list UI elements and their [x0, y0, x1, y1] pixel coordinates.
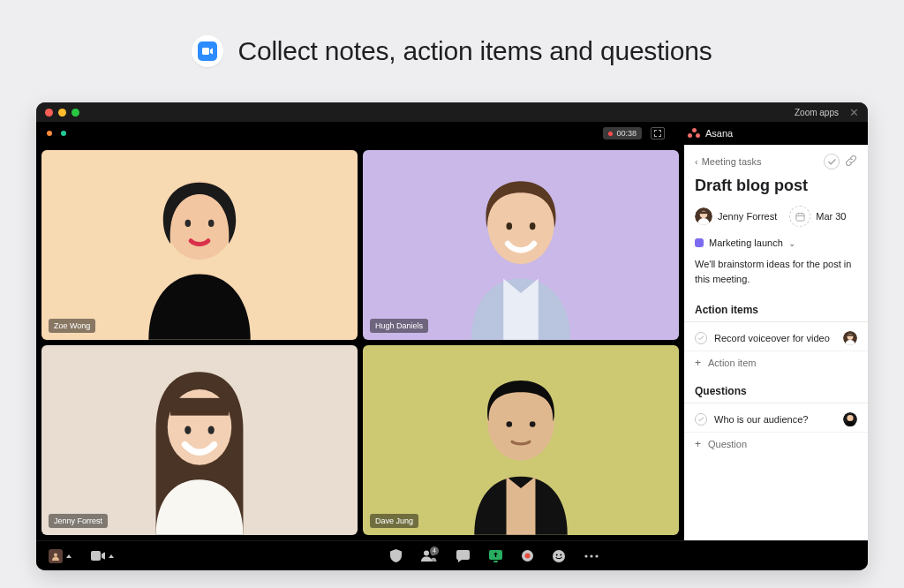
expand-icon[interactable]	[651, 127, 665, 139]
video-camera-icon	[202, 48, 213, 55]
svg-point-30	[553, 550, 565, 562]
check-circle-icon[interactable]	[695, 413, 707, 426]
participant-avatar-icon	[403, 360, 640, 535]
assignee-avatar-icon	[695, 207, 712, 225]
add-question-button[interactable]: + Question	[684, 433, 868, 461]
svg-point-29	[525, 554, 531, 559]
add-action-label: Action item	[708, 358, 756, 368]
meeting-subbar: 00:38 Asana	[36, 122, 868, 145]
video-tile[interactable]: Hugh Daniels	[363, 150, 679, 340]
chevron-up-icon	[66, 554, 72, 558]
check-circle-icon[interactable]	[695, 332, 707, 344]
close-window-icon[interactable]	[45, 109, 53, 117]
svg-point-31	[556, 554, 558, 555]
svg-point-33	[584, 554, 587, 557]
asana-app-header[interactable]: Asana	[674, 128, 857, 139]
svg-rect-7	[170, 398, 229, 416]
svg-point-4	[507, 222, 513, 230]
shield-icon	[390, 549, 402, 562]
action-assignee-avatar-icon[interactable]	[843, 331, 857, 345]
self-view-thumbnail[interactable]	[49, 549, 72, 563]
asana-side-panel: ‹ Meeting tasks Draft blog post Jenny Fo	[684, 145, 868, 540]
participant-avatar-icon	[81, 360, 319, 535]
project-field[interactable]: Marketing launch ⌄	[684, 237, 868, 257]
svg-point-5	[530, 222, 536, 230]
participants-button[interactable]: 4	[421, 550, 437, 562]
window-titlebar: Zoom apps ✕	[36, 102, 868, 122]
video-toggle-button[interactable]	[91, 551, 114, 561]
participant-name-label: Zoe Wong	[49, 319, 95, 333]
action-item-row[interactable]: Record voiceover for video	[684, 326, 868, 351]
back-label: Meeting tasks	[702, 156, 762, 167]
assignee-name: Jenny Forrest	[718, 211, 777, 222]
project-name: Marketing launch	[709, 237, 783, 248]
svg-point-35	[595, 554, 598, 557]
plus-icon: +	[695, 438, 701, 450]
back-to-meeting-tasks[interactable]: ‹ Meeting tasks	[695, 156, 762, 167]
zoom-logo-badge	[192, 35, 223, 67]
svg-rect-16	[796, 213, 804, 220]
participant-avatar-icon	[81, 165, 319, 340]
check-icon	[828, 158, 836, 166]
participant-name-label: Jenny Forrest	[49, 514, 108, 528]
svg-point-32	[560, 554, 561, 555]
chat-button[interactable]	[456, 550, 470, 562]
chevron-down-icon: ⌄	[788, 238, 795, 248]
mark-complete-button[interactable]	[824, 154, 840, 170]
video-tile[interactable]: Dave Jung	[363, 345, 679, 535]
chevron-up-icon	[109, 554, 114, 558]
question-assignee-avatar-icon[interactable]	[843, 412, 857, 426]
window-traffic-lights[interactable]	[45, 109, 79, 117]
assignee-field[interactable]: Jenny Forrest	[695, 207, 777, 225]
record-dot-icon	[608, 132, 613, 136]
link-icon	[845, 155, 857, 167]
svg-point-11	[507, 421, 513, 427]
participant-count-badge: 4	[430, 547, 439, 555]
record-icon	[522, 550, 533, 562]
zoom-controls-bar: 4	[36, 540, 868, 570]
svg-point-21	[847, 415, 853, 421]
action-item-text: Record voiceover for video	[714, 333, 836, 343]
record-button[interactable]	[522, 550, 533, 562]
timer-text: 00:38	[616, 129, 637, 138]
reactions-icon	[553, 550, 565, 562]
avatar-icon	[51, 552, 60, 561]
zoom-apps-label[interactable]: Zoom apps	[795, 108, 839, 117]
question-row[interactable]: Who is our audience?	[684, 407, 868, 433]
svg-point-8	[185, 426, 191, 434]
project-color-chip-icon	[695, 238, 704, 247]
chat-icon	[456, 550, 470, 562]
video-tile[interactable]: Zoe Wong	[41, 150, 358, 340]
share-screen-icon	[489, 550, 502, 562]
video-tile[interactable]: Jenny Forrest	[41, 345, 358, 535]
question-text: Who is our audience?	[714, 414, 836, 425]
security-button[interactable]	[390, 549, 402, 562]
participant-name-label: Hugh Daniels	[370, 319, 428, 333]
maximize-window-icon[interactable]	[72, 109, 79, 117]
add-action-item-button[interactable]: + Action item	[684, 351, 868, 380]
status-dot-orange-icon	[47, 131, 52, 136]
close-icon[interactable]: ✕	[849, 107, 859, 118]
due-date-field[interactable]: Mar 30	[786, 204, 849, 229]
more-button[interactable]	[584, 554, 599, 558]
svg-point-2	[208, 220, 215, 227]
zoom-window: Zoom apps ✕ 00:38 Asana	[36, 102, 868, 570]
svg-point-9	[208, 426, 215, 434]
status-dot-green-icon	[61, 131, 66, 136]
task-description[interactable]: We'll brainstorm ideas for the post in t…	[684, 257, 868, 298]
copy-link-button[interactable]	[845, 155, 857, 170]
more-horizontal-icon	[584, 554, 599, 558]
meeting-timer: 00:38	[603, 127, 642, 139]
add-question-label: Question	[708, 439, 747, 449]
share-screen-button[interactable]	[489, 550, 502, 562]
calendar-icon	[795, 212, 805, 222]
task-title[interactable]: Draft blog post	[684, 175, 868, 204]
svg-rect-19	[847, 335, 854, 336]
reactions-button[interactable]	[553, 550, 565, 562]
due-date-text: Mar 30	[816, 211, 846, 222]
svg-point-1	[185, 220, 192, 227]
svg-point-22	[54, 553, 57, 556]
minimize-window-icon[interactable]	[58, 109, 66, 117]
participant-avatar-icon	[403, 165, 640, 340]
asana-logo-icon	[688, 128, 700, 139]
